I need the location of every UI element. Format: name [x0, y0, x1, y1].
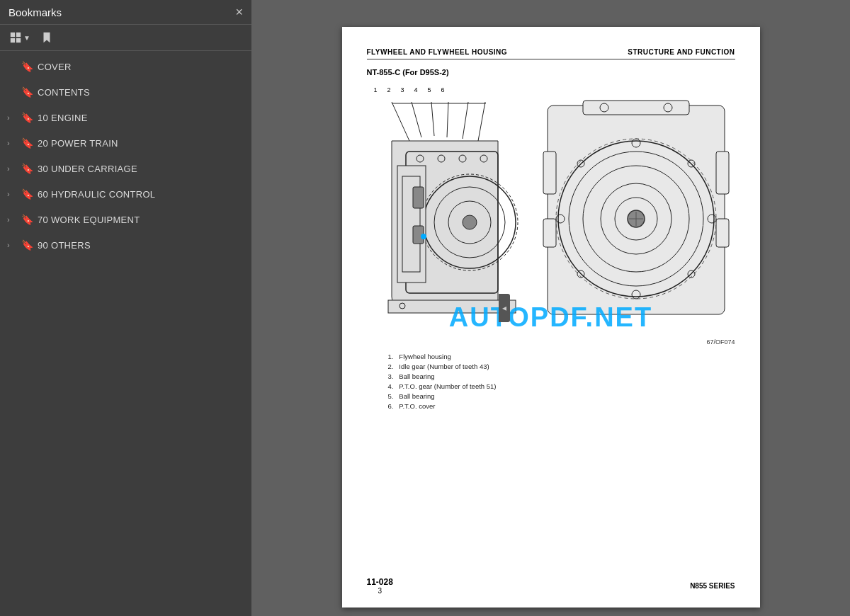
header-left-text: FLYWHEEL AND FLYWHEEL HOUSING [367, 48, 508, 56]
num-label-4: 4 [414, 86, 418, 93]
parts-desc-4: P.T.O. gear (Number of teeth 51) [395, 382, 496, 390]
sidebar-item-label-contents: CONTENTS [38, 87, 90, 98]
sidebar-item-power-train[interactable]: › 🔖 20 POWER TRAIN [0, 130, 251, 156]
chevron-hydraulic: › [7, 190, 17, 198]
parts-num-1: 1. [388, 353, 394, 360]
parts-num-6: 6. [388, 402, 394, 410]
sidebar-item-label-engine: 10 ENGINE [38, 113, 88, 123]
sidebar-item-label-hydraulic: 60 HYDRAULIC CONTROL [38, 189, 155, 200]
parts-item-2: 2. Idle gear (Number of teeth 43) [388, 363, 735, 370]
parts-desc-3: Ball bearing [395, 372, 434, 380]
sidebar: Bookmarks × ▼ 🔖 COVER 🔖 CONTENTS [0, 0, 251, 616]
chevron-placeholder [7, 62, 17, 71]
sidebar-item-label-others: 90 OTHERS [38, 240, 91, 251]
parts-item-6: 6. P.T.O. cover [388, 402, 735, 410]
sidebar-item-label-cover: COVER [38, 62, 72, 72]
chevron-engine: › [7, 113, 17, 122]
chevron-under-carriage: › [7, 164, 17, 173]
svg-rect-2 [11, 38, 15, 42]
sidebar-item-work-equipment[interactable]: › 🔖 70 WORK EQUIPMENT [0, 207, 251, 232]
num-label-5: 5 [428, 86, 431, 93]
sidebar-item-contents[interactable]: 🔖 CONTENTS [0, 79, 251, 105]
page-number-sub: 3 [367, 587, 393, 595]
svg-line-4 [392, 102, 409, 141]
svg-rect-47 [716, 152, 729, 194]
page-footer: 11-028 3 N855 SERIES [367, 577, 735, 595]
sidebar-item-label-work-equipment: 70 WORK EQUIPMENT [38, 215, 140, 225]
sidebar-item-label-power-train: 20 POWER TRAIN [38, 138, 118, 149]
view-options-button[interactable]: ▼ [7, 29, 33, 46]
sidebar-header: Bookmarks × [0, 0, 251, 25]
parts-item-1: 1. Flywheel housing [388, 353, 735, 360]
bookmark-add-button[interactable] [38, 29, 55, 46]
pdf-page: FLYWHEEL AND FLYWHEEL HOUSING STRUCTURE … [342, 27, 760, 608]
right-diagram-svg: .thin{stroke:#222;stroke-width:1;fill:no… [540, 95, 732, 329]
svg-rect-44 [583, 101, 689, 115]
parts-desc-2: Idle gear (Number of teeth 43) [395, 363, 489, 370]
collapse-arrow-icon: ◂ [502, 303, 506, 313]
sidebar-item-cover[interactable]: 🔖 COVER [0, 54, 251, 79]
bookmark-icon-hydraulic: 🔖 [21, 188, 33, 200]
svg-rect-24 [388, 300, 516, 313]
image-code: 67/OF074 [367, 338, 735, 346]
grid-icon [9, 31, 22, 44]
svg-line-8 [463, 102, 468, 139]
diagram-area: .thin{stroke:#222;stroke-width:1;fill:no… [367, 95, 735, 331]
bookmark-icon-work-equipment: 🔖 [21, 214, 33, 225]
num-label-3: 3 [401, 86, 404, 93]
chevron-work-equipment: › [7, 215, 17, 224]
page-wrapper: FLYWHEEL AND FLYWHEEL HOUSING STRUCTURE … [251, 0, 850, 616]
header-right-text: STRUCTURE AND FUNCTION [628, 48, 735, 56]
bookmark-icon-cover: 🔖 [21, 61, 33, 72]
sidebar-item-others[interactable]: › 🔖 90 OTHERS [0, 232, 251, 258]
svg-rect-49 [543, 152, 556, 194]
sidebar-title: Bookmarks [8, 6, 62, 18]
parts-item-5: 5. Ball bearing [388, 392, 735, 400]
num-label-2: 2 [387, 86, 391, 93]
chevron-power-train: › [7, 139, 17, 147]
toolbar-row: ▼ [0, 25, 251, 51]
svg-rect-3 [16, 38, 21, 42]
parts-list: 1. Flywheel housing 2. Idle gear (Number… [367, 353, 735, 410]
svg-line-7 [447, 102, 448, 137]
svg-line-9 [478, 102, 485, 141]
dropdown-arrow: ▼ [23, 34, 30, 42]
page-header: FLYWHEEL AND FLYWHEEL HOUSING STRUCTURE … [367, 48, 735, 59]
sidebar-item-under-carriage[interactable]: › 🔖 30 UNDER CARRIAGE [0, 156, 251, 181]
page-number: 11-028 3 [367, 577, 393, 595]
close-button[interactable]: × [235, 6, 243, 18]
num-labels-row: 1 2 3 4 5 6 [367, 86, 735, 93]
bookmark-icon-engine: 🔖 [21, 112, 33, 123]
series-label: N855 SERIES [690, 582, 735, 590]
svg-rect-18 [413, 187, 424, 208]
parts-desc-1: Flywheel housing [395, 353, 451, 360]
num-label-1: 1 [374, 86, 378, 93]
svg-line-5 [412, 102, 421, 137]
bookmark-list: 🔖 COVER 🔖 CONTENTS › 🔖 10 ENGINE › 🔖 20 … [0, 51, 251, 616]
sidebar-item-hydraulic[interactable]: › 🔖 60 HYDRAULIC CONTROL [0, 181, 251, 207]
left-diagram-svg: .thin{stroke:#222;stroke-width:1;fill:no… [370, 95, 533, 329]
bookmark-icon [40, 31, 53, 44]
section-title: NT-855-C (For D95S-2) [367, 68, 735, 76]
bookmark-icon-others: 🔖 [21, 239, 33, 251]
svg-rect-48 [716, 219, 729, 247]
svg-rect-50 [543, 219, 556, 247]
right-diagram: .thin{stroke:#222;stroke-width:1;fill:no… [540, 95, 732, 331]
svg-rect-16 [397, 166, 426, 283]
collapse-sidebar-button[interactable]: ◂ [499, 294, 510, 322]
parts-num-3: 3. [388, 372, 394, 380]
parts-num-2: 2. [388, 363, 394, 370]
num-label-6: 6 [441, 86, 445, 93]
sidebar-item-engine[interactable]: › 🔖 10 ENGINE [0, 105, 251, 130]
parts-num-5: 5. [388, 392, 394, 400]
parts-item-4: 4. P.T.O. gear (Number of teeth 51) [388, 382, 735, 390]
chevron-placeholder [7, 88, 17, 96]
page-number-main: 11-028 [367, 577, 393, 587]
bookmark-icon-power-train: 🔖 [21, 137, 33, 149]
bookmark-icon-under-carriage: 🔖 [21, 163, 33, 174]
chevron-others: › [7, 241, 17, 249]
svg-point-14 [463, 215, 477, 229]
main-content: FLYWHEEL AND FLYWHEEL HOUSING STRUCTURE … [251, 0, 850, 616]
bookmark-icon-contents: 🔖 [21, 86, 33, 98]
svg-point-28 [421, 234, 426, 239]
